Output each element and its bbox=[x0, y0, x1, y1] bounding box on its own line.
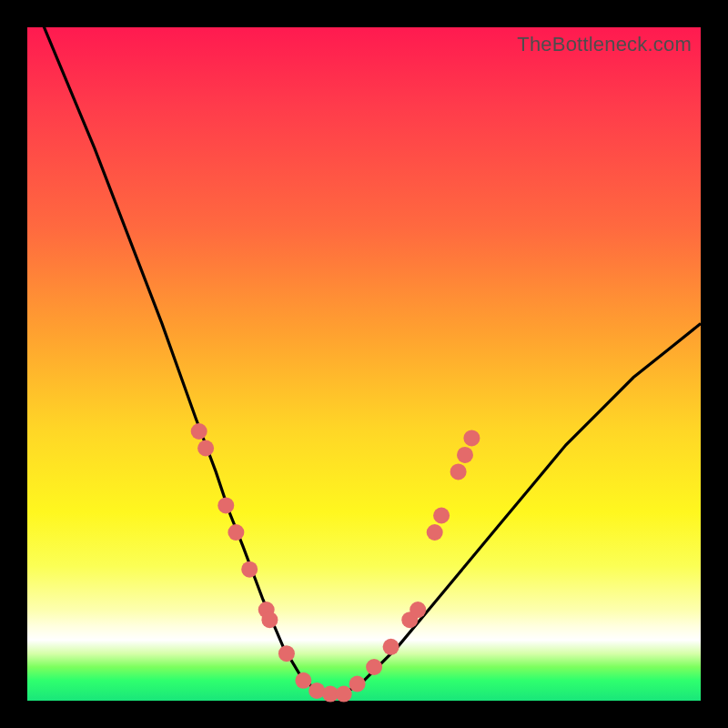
data-point bbox=[433, 508, 450, 524]
data-point bbox=[241, 561, 258, 578]
data-point bbox=[457, 447, 473, 463]
data-point bbox=[191, 423, 207, 440]
data-point bbox=[228, 524, 244, 541]
data-point bbox=[295, 672, 311, 689]
data-point bbox=[349, 676, 366, 693]
data-point bbox=[278, 645, 295, 662]
data-point bbox=[463, 430, 480, 446]
curve-layer bbox=[27, 27, 701, 701]
data-point bbox=[450, 463, 467, 480]
data-point bbox=[366, 659, 382, 675]
data-point bbox=[217, 497, 234, 513]
highlight-points bbox=[191, 423, 480, 703]
data-point bbox=[336, 686, 352, 703]
plot-area: TheBottleneck.com bbox=[27, 27, 701, 701]
data-point bbox=[427, 524, 443, 541]
bottleneck-curve bbox=[27, 0, 701, 694]
data-point bbox=[261, 612, 278, 628]
data-point bbox=[383, 639, 399, 655]
data-point bbox=[197, 440, 214, 457]
data-point bbox=[410, 602, 426, 618]
chart-frame: TheBottleneck.com bbox=[0, 0, 728, 728]
